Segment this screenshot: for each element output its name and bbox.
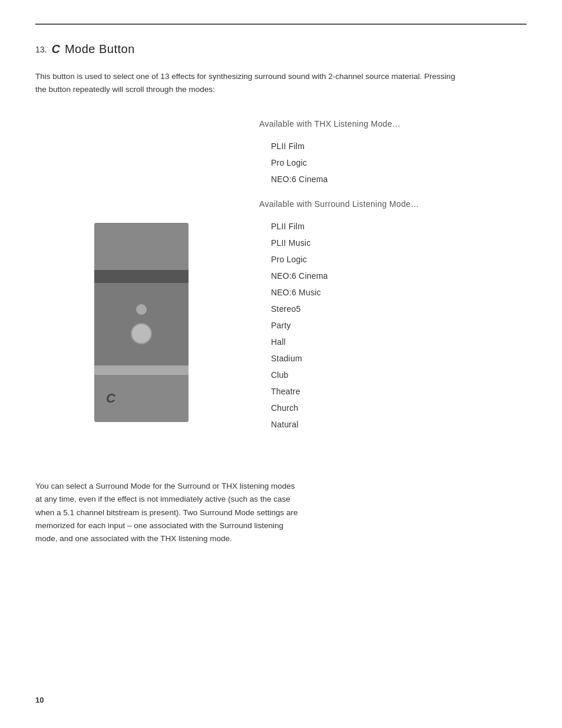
top-divider bbox=[35, 24, 527, 25]
device-bottom-band bbox=[94, 365, 189, 375]
device-top bbox=[94, 223, 189, 270]
surround-mode-item: Party bbox=[271, 317, 527, 334]
device-dark-band bbox=[94, 270, 189, 283]
device-c-label: C bbox=[106, 391, 115, 406]
thx-section-label: Available with THX Listening Mode… bbox=[259, 119, 527, 129]
mode-icon: C bbox=[51, 42, 59, 56]
surround-mode-item: Hall bbox=[271, 334, 527, 350]
surround-mode-item: Stadium bbox=[271, 350, 527, 367]
thx-mode-item: PLII Film bbox=[271, 138, 527, 154]
surround-mode-item: Stereo5 bbox=[271, 301, 527, 317]
device-body: C bbox=[94, 223, 189, 422]
surround-mode-item: Natural bbox=[271, 416, 527, 433]
page-number: 10 bbox=[35, 696, 44, 704]
dot-large bbox=[131, 323, 152, 344]
device-bottom: C bbox=[94, 375, 189, 422]
section-title: 13. C Mode Button bbox=[35, 42, 527, 56]
thx-section: Available with THX Listening Mode… PLII … bbox=[259, 113, 527, 187]
thx-mode-item: NEO:6 Cinema bbox=[271, 171, 527, 187]
surround-section-label: Available with Surround Listening Mode… bbox=[259, 199, 527, 209]
page-container: 13. C Mode Button This button is used to… bbox=[0, 0, 562, 581]
surround-mode-item: NEO:6 Music bbox=[271, 284, 527, 301]
dot-small bbox=[136, 304, 147, 315]
device-column: C bbox=[35, 199, 259, 433]
surround-mode-item: Pro Logic bbox=[271, 251, 527, 268]
surround-mode-list: PLII FilmPLII MusicPro LogicNEO:6 Cinema… bbox=[259, 218, 527, 433]
device-illustration: C bbox=[94, 223, 259, 422]
surround-mode-item: PLII Film bbox=[271, 218, 527, 235]
thx-mode-item: Pro Logic bbox=[271, 154, 527, 171]
surround-column: Available with Surround Listening Mode… … bbox=[259, 199, 527, 433]
bottom-paragraph: You can select a Surround Mode for the S… bbox=[35, 480, 300, 545]
thx-mode-list: PLII FilmPro LogicNEO:6 Cinema bbox=[259, 138, 527, 187]
surround-mode-item: Church bbox=[271, 400, 527, 416]
surround-mode-item: Theatre bbox=[271, 383, 527, 400]
surround-mode-item: PLII Music bbox=[271, 235, 527, 251]
section-number: 13. bbox=[35, 45, 47, 54]
section-heading: Mode Button bbox=[65, 42, 135, 56]
intro-paragraph: This button is used to select one of 13 … bbox=[35, 70, 459, 95]
device-mid bbox=[94, 283, 189, 365]
surround-mode-item: NEO:6 Cinema bbox=[271, 268, 527, 284]
surround-mode-item: Club bbox=[271, 367, 527, 383]
surround-section: Available with Surround Listening Mode… … bbox=[259, 199, 527, 433]
